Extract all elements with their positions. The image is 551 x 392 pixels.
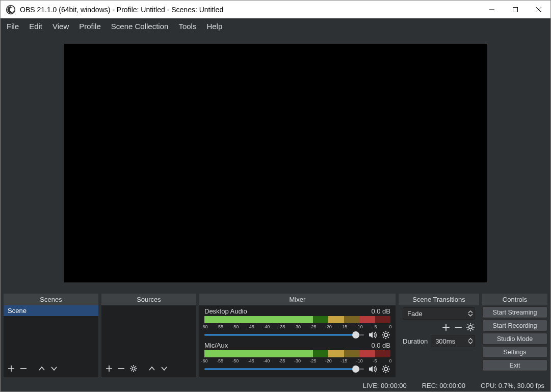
svg-rect-1 xyxy=(513,7,518,12)
menu-tools[interactable]: Tools xyxy=(173,20,201,33)
chevron-down-icon xyxy=(468,313,473,317)
close-button[interactable] xyxy=(527,1,550,18)
controls-header: Controls xyxy=(482,294,547,305)
chevron-down-icon xyxy=(468,341,473,344)
mute-button[interactable] xyxy=(368,330,377,339)
volume-slider[interactable] xyxy=(204,331,364,338)
source-properties-button[interactable] xyxy=(129,364,138,373)
status-live: LIVE: 00:00:00 xyxy=(363,382,407,389)
transition-selected: Fade xyxy=(403,310,466,318)
sources-header: Sources xyxy=(101,294,196,305)
titlebar[interactable]: OBS 21.1.0 (64bit, windows) - Profile: U… xyxy=(1,1,550,18)
source-down-button[interactable] xyxy=(160,364,169,373)
svg-point-5 xyxy=(469,326,473,329)
maximize-button[interactable] xyxy=(504,1,527,18)
menu-file[interactable]: File xyxy=(2,20,24,33)
exit-button[interactable]: Exit xyxy=(482,359,547,371)
minimize-button[interactable] xyxy=(480,1,504,18)
channel-db: 0.0 dB xyxy=(371,307,390,315)
mixer-channel: Desktop Audio0.0 dB-60-55-50-45-40-35-30… xyxy=(204,307,390,339)
window-title: OBS 21.1.0 (64bit, windows) - Profile: U… xyxy=(20,6,480,14)
source-up-button[interactable] xyxy=(147,364,156,373)
channel-name: Mic/Aux xyxy=(204,342,228,349)
channel-db: 0.0 dB xyxy=(371,342,390,349)
transition-select[interactable]: Fade xyxy=(403,307,475,320)
duration-value: 300ms xyxy=(431,337,466,345)
preview-display[interactable] xyxy=(64,44,487,282)
status-rec: REC: 00:00:00 xyxy=(422,382,465,389)
scenes-panel: Scenes Scene xyxy=(4,294,98,377)
status-cpu: CPU: 0.7%, 30.00 fps xyxy=(481,382,544,389)
volume-meter xyxy=(204,350,390,357)
scenes-list[interactable]: Scene xyxy=(4,305,98,361)
menu-scene-collection[interactable]: Scene Collection xyxy=(106,20,174,33)
svg-point-4 xyxy=(384,368,388,371)
scene-down-button[interactable] xyxy=(49,364,59,373)
transitions-header: Scene Transitions xyxy=(399,294,479,305)
meter-ticks: -60-55-50-45-40-35-30-25-20-15-10-50 xyxy=(204,324,390,329)
sources-panel: Sources xyxy=(101,294,196,377)
duration-spinner[interactable]: 300ms xyxy=(431,335,475,347)
mixer-channel: Mic/Aux0.0 dB-60-55-50-45-40-35-30-25-20… xyxy=(204,342,390,374)
menu-help[interactable]: Help xyxy=(201,20,227,33)
start-recording-button[interactable]: Start Recording xyxy=(482,320,547,331)
status-bar: LIVE: 00:00:00 REC: 00:00:00 CPU: 0.7%, … xyxy=(1,380,550,391)
scene-item[interactable]: Scene xyxy=(4,305,98,316)
channel-settings-button[interactable] xyxy=(381,364,390,374)
volume-slider[interactable] xyxy=(204,365,364,373)
svg-point-3 xyxy=(384,333,388,337)
svg-point-2 xyxy=(132,367,135,370)
channel-name: Desktop Audio xyxy=(204,307,247,315)
menu-bar: File Edit View Profile Scene Collection … xyxy=(1,18,550,34)
remove-scene-button[interactable] xyxy=(19,364,28,373)
settings-button[interactable]: Settings xyxy=(482,346,547,358)
add-source-button[interactable] xyxy=(104,364,114,373)
menu-edit[interactable]: Edit xyxy=(24,20,47,33)
studio-mode-button[interactable]: Studio Mode xyxy=(482,333,547,345)
volume-meter xyxy=(204,316,390,323)
scene-up-button[interactable] xyxy=(37,364,46,373)
controls-panel: Controls Start Streaming Start Recording… xyxy=(482,294,547,377)
mixer-panel: Mixer Desktop Audio0.0 dB-60-55-50-45-40… xyxy=(199,294,396,377)
scenes-header: Scenes xyxy=(4,294,98,305)
obs-icon xyxy=(6,5,16,15)
sources-list[interactable] xyxy=(101,305,196,361)
channel-settings-button[interactable] xyxy=(381,330,390,339)
mute-button[interactable] xyxy=(368,364,377,374)
menu-view[interactable]: View xyxy=(47,20,74,33)
duration-label: Duration xyxy=(403,337,428,345)
transitions-panel: Scene Transitions Fade xyxy=(399,294,479,377)
start-streaming-button[interactable]: Start Streaming xyxy=(482,306,547,318)
transition-properties-button[interactable] xyxy=(466,323,475,332)
add-scene-button[interactable] xyxy=(7,364,16,373)
add-transition-button[interactable] xyxy=(441,323,451,332)
remove-source-button[interactable] xyxy=(117,364,126,373)
menu-profile[interactable]: Profile xyxy=(74,20,106,33)
remove-transition-button[interactable] xyxy=(454,323,463,332)
mixer-header: Mixer xyxy=(199,294,396,305)
meter-ticks: -60-55-50-45-40-35-30-25-20-15-10-50 xyxy=(204,358,390,363)
